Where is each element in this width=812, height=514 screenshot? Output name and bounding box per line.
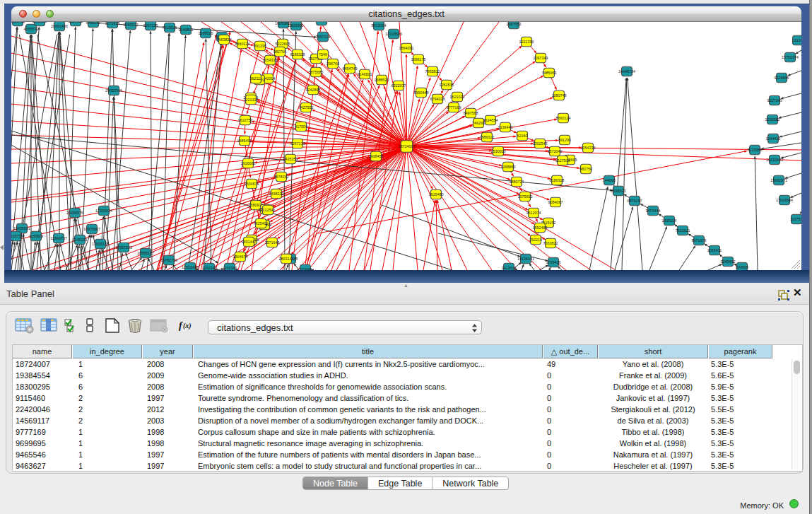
svg-text:2935114: 2935114 — [662, 218, 677, 223]
svg-text:1605381: 1605381 — [289, 23, 304, 28]
svg-text:1002545: 1002545 — [533, 141, 548, 146]
svg-text:15751074: 15751074 — [782, 55, 799, 59]
svg-text:371648: 371648 — [299, 267, 312, 270]
svg-text:1362615: 1362615 — [440, 83, 454, 87]
svg-text:8215958: 8215958 — [748, 148, 763, 152]
svg-text:8678342: 8678342 — [274, 175, 289, 179]
svg-text:8813054: 8813054 — [372, 23, 387, 28]
svg-text:7857224: 7857224 — [316, 35, 331, 39]
svg-text:6497568: 6497568 — [464, 111, 478, 115]
svg-text:362111: 362111 — [249, 76, 261, 81]
svg-text:3498222: 3498222 — [269, 192, 284, 196]
svg-text:9474444: 9474444 — [646, 209, 661, 213]
svg-text:1065411: 1065411 — [707, 248, 722, 252]
svg-text:8186328: 8186328 — [290, 52, 305, 57]
svg-text:1733426: 1733426 — [546, 260, 561, 264]
svg-text:7663822: 7663822 — [543, 241, 558, 245]
svg-text:1552485: 1552485 — [533, 226, 548, 230]
svg-text:9146821: 9146821 — [179, 28, 194, 32]
svg-text:1065532: 1065532 — [124, 23, 139, 27]
svg-text:9146821: 9146821 — [358, 72, 372, 76]
svg-text:6466160: 6466160 — [86, 22, 101, 25]
svg-text:2136443: 2136443 — [498, 125, 513, 129]
svg-text:7515526: 7515526 — [163, 25, 177, 30]
svg-text:14136141: 14136141 — [517, 257, 534, 261]
svg-text:18724007: 18724007 — [399, 144, 416, 148]
svg-text:1864091: 1864091 — [399, 46, 414, 50]
svg-text:8471676: 8471676 — [692, 238, 707, 243]
svg-text:1938455: 1938455 — [369, 154, 384, 158]
svg-text:3915711: 3915711 — [11, 234, 23, 238]
svg-text:252214: 252214 — [529, 238, 542, 242]
svg-text:17016504: 17016504 — [776, 198, 793, 202]
svg-text:7663822: 7663822 — [217, 37, 232, 42]
svg-text:7546: 7546 — [319, 52, 327, 57]
svg-text:1209382: 1209382 — [765, 117, 780, 122]
svg-text:16782759: 16782759 — [160, 258, 177, 262]
svg-text:1685492: 1685492 — [237, 139, 252, 143]
svg-text:1572040: 1572040 — [548, 149, 563, 153]
svg-text:2087682: 2087682 — [507, 22, 522, 26]
svg-text:1054336: 1054336 — [581, 146, 596, 150]
svg-text:62160: 62160 — [517, 134, 528, 138]
svg-text:20691406: 20691406 — [51, 24, 68, 28]
svg-text:9427552: 9427552 — [299, 105, 314, 110]
svg-text:1080748: 1080748 — [552, 93, 567, 98]
svg-text:15692971: 15692971 — [770, 178, 787, 182]
svg-text:6322037: 6322037 — [392, 83, 406, 88]
svg-text:9227343: 9227343 — [767, 98, 782, 103]
svg-text:1588520: 1588520 — [199, 31, 213, 35]
svg-text:7955812: 7955812 — [425, 69, 440, 74]
svg-text:1588520: 1588520 — [375, 78, 389, 82]
svg-text:8990448: 8990448 — [414, 90, 429, 95]
svg-text:8454749: 8454749 — [343, 66, 358, 71]
svg-text:11124: 11124 — [793, 38, 801, 42]
svg-text:1435359: 1435359 — [283, 157, 298, 161]
svg-text:1075692: 1075692 — [518, 194, 533, 199]
svg-text:1156829: 1156829 — [29, 234, 44, 238]
svg-text:1880724: 1880724 — [510, 180, 524, 184]
svg-text:9777169: 9777169 — [447, 105, 461, 110]
svg-text:1221336: 1221336 — [244, 98, 259, 102]
svg-text:924565: 924565 — [736, 265, 748, 269]
svg-text:1221396: 1221396 — [519, 40, 534, 44]
svg-text:18435061: 18435061 — [13, 226, 30, 230]
svg-text:8660124: 8660124 — [556, 116, 571, 120]
svg-text:1067135: 1067135 — [143, 23, 158, 28]
svg-text:1292346: 1292346 — [223, 266, 237, 270]
svg-text:982750: 982750 — [579, 167, 592, 171]
svg-text:2530020: 2530020 — [491, 149, 506, 153]
svg-text:5875685: 5875685 — [309, 70, 324, 74]
svg-text:2055712: 2055712 — [11, 22, 25, 23]
svg-text:9527508: 9527508 — [555, 158, 570, 163]
svg-text:1612074: 1612074 — [526, 211, 541, 215]
svg-text:1071915: 1071915 — [105, 22, 120, 25]
svg-text:12505135: 12505135 — [92, 242, 109, 246]
svg-text:(x): (x) — [183, 322, 192, 330]
svg-text:1145193: 1145193 — [73, 238, 88, 242]
svg-text:1621022: 1621022 — [450, 95, 465, 99]
svg-text:1527602: 1527602 — [69, 22, 83, 23]
svg-text:1571648: 1571648 — [265, 240, 280, 245]
svg-text:20206576: 20206576 — [66, 211, 83, 215]
svg-text:1916682: 1916682 — [241, 161, 256, 165]
svg-text:16210643: 16210643 — [766, 158, 783, 162]
svg-text:5322605: 5322605 — [276, 42, 290, 46]
svg-text:17957223: 17957223 — [115, 245, 132, 250]
svg-text:16448784: 16448784 — [618, 69, 635, 74]
svg-text:6794028: 6794028 — [430, 97, 445, 101]
svg-text:10958107: 10958107 — [137, 251, 154, 255]
svg-text:1610753: 1610753 — [238, 118, 253, 122]
svg-text:2803144: 2803144 — [279, 257, 294, 261]
svg-text:1504674: 1504674 — [233, 255, 248, 259]
svg-text:29053346: 29053346 — [105, 88, 122, 93]
svg-text:8186328: 8186328 — [550, 178, 565, 182]
svg-text:296768: 296768 — [326, 62, 339, 66]
svg-text:3624554: 3624554 — [483, 118, 498, 122]
svg-text:9245652: 9245652 — [721, 259, 736, 264]
svg-text:12342737: 12342737 — [50, 236, 67, 240]
svg-text:7632621: 7632621 — [676, 228, 690, 233]
svg-text:12359924: 12359924 — [95, 209, 112, 213]
svg-text:7485063: 7485063 — [542, 71, 557, 75]
svg-text:116753: 116753 — [790, 217, 801, 221]
